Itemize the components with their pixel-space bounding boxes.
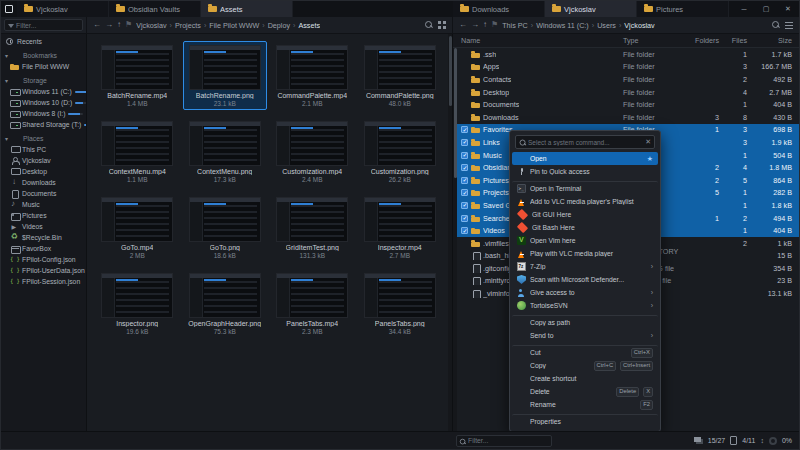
tab[interactable]: Pictures bbox=[637, 1, 729, 17]
context-menu-item[interactable]: Delete Delete X bbox=[512, 385, 658, 398]
context-menu-item[interactable]: Copy as path bbox=[512, 315, 658, 329]
scrollbar[interactable] bbox=[453, 48, 457, 431]
sidebar-item[interactable]: Music bbox=[1, 199, 86, 210]
close-icon[interactable]: ✕ bbox=[645, 138, 651, 146]
file-item[interactable]: BatchRename.mp4 1.4 MB bbox=[95, 41, 180, 110]
search-icon[interactable] bbox=[772, 21, 780, 29]
breadcrumb-segment[interactable]: Vjckoslav bbox=[616, 21, 655, 30]
file-item[interactable]: PanelsTabs.mp4 2.3 MB bbox=[270, 269, 355, 338]
sort-icon[interactable]: ↕ bbox=[760, 437, 764, 444]
grid-view-icon[interactable] bbox=[438, 21, 446, 29]
context-menu-item[interactable]: 7-Zip › bbox=[512, 260, 658, 273]
sidebar-item[interactable]: Vjckoslav bbox=[1, 155, 86, 166]
sidebar-filter-input[interactable] bbox=[5, 22, 82, 29]
file-item[interactable]: Customization.png 26.2 kB bbox=[358, 117, 443, 186]
sidebar-item[interactable]: FavorBox bbox=[1, 243, 86, 254]
context-menu-item[interactable]: Copy Ctrl+C Ctrl+Insert bbox=[512, 359, 658, 372]
favorite-star-icon[interactable]: ★ bbox=[647, 155, 653, 163]
tab[interactable]: Obsidian Vaults bbox=[109, 1, 201, 17]
context-menu-item[interactable]: Git Bash Here bbox=[512, 221, 658, 234]
file-item[interactable]: CommandPalette.png 48.0 kB bbox=[358, 41, 443, 110]
context-menu-item[interactable]: Open ★ bbox=[512, 152, 658, 165]
context-menu-item[interactable]: Open in Terminal bbox=[512, 181, 658, 195]
breadcrumb-segment[interactable]: Users bbox=[589, 21, 616, 30]
file-item[interactable]: OpenGraphHeader.png 75.3 kB bbox=[183, 269, 268, 338]
bookmark-icon[interactable]: ⚑ bbox=[491, 21, 498, 29]
breadcrumb-segment[interactable]: Vjckoslav bbox=[136, 21, 166, 30]
tab[interactable]: Assets bbox=[201, 1, 293, 17]
context-menu-item[interactable]: Send to › bbox=[512, 329, 658, 342]
breadcrumb-segment[interactable]: Deploy bbox=[259, 21, 290, 30]
sidebar-item[interactable]: FPilot-Config.json bbox=[1, 254, 86, 265]
file-item[interactable]: GridItemTest.png 131.3 kB bbox=[270, 193, 355, 262]
row-checkbox[interactable] bbox=[461, 126, 468, 133]
sidebar-item[interactable]: Windows 8 (I:) bbox=[1, 108, 86, 119]
back-button[interactable]: ← bbox=[93, 21, 101, 29]
sidebar-item[interactable]: Shared Storage (T:) bbox=[1, 119, 86, 130]
table-row[interactable]: Desktop File folder 4 2.7 MB bbox=[453, 86, 799, 99]
sidebar-item[interactable]: ▾ Places bbox=[1, 133, 86, 144]
column-size[interactable]: Size bbox=[747, 36, 799, 45]
tab[interactable]: Vjckoslav bbox=[545, 1, 637, 17]
table-row[interactable]: .ssh File folder 1 1.7 kB bbox=[453, 48, 799, 61]
back-button[interactable]: ← bbox=[459, 21, 467, 29]
context-menu-item[interactable]: Create shortcut bbox=[512, 372, 658, 385]
close-button[interactable]: ✕ bbox=[777, 1, 799, 17]
sidebar-item[interactable]: File Pilot WWW bbox=[1, 61, 86, 72]
context-menu-item[interactable]: Pin to Quick access bbox=[512, 165, 658, 178]
list-view-icon[interactable] bbox=[785, 21, 793, 29]
file-item[interactable]: CommandPalette.mp4 2.1 MB bbox=[270, 41, 355, 110]
sidebar-item[interactable]: ▾ Storage bbox=[1, 75, 86, 86]
file-item[interactable]: Customization.mp4 2.4 MB bbox=[270, 117, 355, 186]
row-checkbox[interactable] bbox=[461, 164, 468, 171]
row-checkbox[interactable] bbox=[461, 215, 468, 222]
column-files[interactable]: Files bbox=[719, 36, 747, 45]
column-folders[interactable]: Folders bbox=[687, 36, 719, 45]
file-item[interactable]: ContextMenu.png 17.3 kB bbox=[183, 117, 268, 186]
table-row[interactable]: Documents File folder 1 404 B bbox=[453, 98, 799, 111]
bookmark-icon[interactable]: ⚑ bbox=[125, 21, 132, 29]
row-checkbox[interactable] bbox=[461, 189, 468, 196]
search-icon[interactable] bbox=[425, 21, 433, 29]
context-menu-item[interactable]: TortoiseSVN › bbox=[512, 299, 658, 312]
forward-button[interactable]: → bbox=[471, 21, 479, 29]
file-item[interactable]: Inspector.png 19.6 kB bbox=[95, 269, 180, 338]
file-item[interactable]: GoTo.png 18.6 kB bbox=[183, 193, 268, 262]
breadcrumb-segment[interactable]: File Pilot WWW bbox=[201, 21, 259, 30]
row-checkbox[interactable] bbox=[461, 177, 468, 184]
context-menu-item[interactable]: Properties bbox=[512, 414, 658, 428]
minimize-button[interactable]: ─ bbox=[733, 1, 755, 17]
sidebar-item[interactable]: FPilot-Session.json bbox=[1, 276, 86, 287]
context-menu-item[interactable]: Open Vim here bbox=[512, 234, 658, 247]
breadcrumb-segment[interactable]: Projects bbox=[167, 21, 201, 30]
sidebar-item[interactable]: Windows 11 (C:) bbox=[1, 86, 86, 97]
row-checkbox[interactable] bbox=[461, 139, 468, 146]
context-menu-item[interactable]: Cut Ctrl+X bbox=[512, 345, 658, 359]
table-row[interactable]: Downloads File folder 3 8 430 B bbox=[453, 111, 799, 124]
scrollbar[interactable] bbox=[448, 34, 452, 431]
sidebar-item[interactable]: ▾ Bookmarks bbox=[1, 50, 86, 61]
table-row[interactable]: Apps File folder 3 166.7 MB bbox=[453, 61, 799, 74]
sidebar-item[interactable]: This PC bbox=[1, 144, 86, 155]
file-item[interactable]: GoTo.mp4 2 MB bbox=[95, 193, 180, 262]
bottom-filter-input[interactable] bbox=[457, 437, 551, 444]
forward-button[interactable]: → bbox=[105, 21, 113, 29]
sidebar-item[interactable]: Videos bbox=[1, 221, 86, 232]
context-menu-item[interactable]: Add to VLC media player's Playlist bbox=[512, 195, 658, 208]
file-item[interactable]: ContextMenu.mp4 1.1 MB bbox=[95, 117, 180, 186]
context-menu-item[interactable]: Scan with Microsoft Defender... bbox=[512, 273, 658, 286]
table-row[interactable]: Contacts File folder 2 492 B bbox=[453, 73, 799, 86]
tab[interactable]: Vjckoslav bbox=[17, 1, 109, 17]
row-checkbox[interactable] bbox=[461, 227, 468, 234]
row-checkbox[interactable] bbox=[461, 152, 468, 159]
sidebar-item[interactable]: Desktop bbox=[1, 166, 86, 177]
command-search-input[interactable] bbox=[516, 139, 654, 146]
maximize-button[interactable]: ▢ bbox=[755, 1, 777, 17]
sidebar-item[interactable]: Downloads bbox=[1, 177, 86, 188]
sidebar-item[interactable]: FPilot-UserData.json bbox=[1, 265, 86, 276]
context-menu-item[interactable]: Play with VLC media player bbox=[512, 247, 658, 260]
context-menu-item[interactable]: Give access to › bbox=[512, 286, 658, 299]
breadcrumb-segment[interactable]: This PC bbox=[502, 21, 528, 30]
column-type[interactable]: Type bbox=[623, 36, 687, 45]
context-menu-item[interactable]: Rename F2 bbox=[512, 398, 658, 411]
